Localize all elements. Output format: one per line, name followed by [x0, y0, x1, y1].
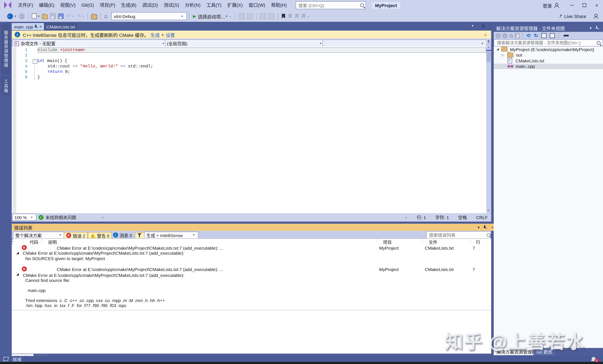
indent-button[interactable] [268, 13, 274, 19]
tree-item-out[interactable]: ▷ out [494, 52, 603, 58]
solution-explorer-title-bar[interactable]: 解决方案资源管理器 - 文件夹视图 ▾ × [494, 24, 603, 32]
filter-button[interactable]: ✕ [135, 232, 145, 239]
save-button[interactable] [50, 13, 56, 19]
menu-help[interactable]: 帮助(H) [268, 0, 290, 11]
quick-search-input[interactable] [298, 2, 360, 8]
warnings-filter-button[interactable]: 警告 0 [88, 232, 112, 239]
scroll-up-icon[interactable]: ▲ [486, 45, 491, 50]
infobar-settings-link[interactable]: 设置 [166, 31, 175, 38]
errors-filter-button[interactable]: ✕错误 2 [63, 232, 88, 239]
user-account-icon[interactable] [555, 3, 559, 8]
close-panel-icon[interactable]: × [491, 225, 494, 229]
new-file-button[interactable] [32, 13, 36, 19]
menu-extensions[interactable]: 扩展(X) [224, 0, 246, 11]
home-button[interactable]: ⌂ [104, 13, 108, 19]
collapsed-icon[interactable]: ▷ [502, 53, 504, 57]
clear-bookmarks-button[interactable] [302, 14, 305, 18]
next-bookmark-button[interactable] [295, 14, 299, 18]
column-project[interactable]: 项目 [377, 239, 423, 245]
show-all-files-icon[interactable] [550, 33, 555, 38]
toolbox-rail-tab[interactable]: 工具箱 [1, 76, 10, 95]
zoom-combo[interactable]: 100 %▾ [12, 214, 36, 221]
menu-view[interactable]: 视图(V) [57, 0, 78, 11]
menu-project[interactable]: 项目(P) [97, 0, 118, 11]
infobar-build-link[interactable]: 生成 [150, 31, 160, 38]
member-combo[interactable]: ▾ [322, 39, 486, 47]
error-list-search-input[interactable] [428, 232, 486, 238]
error-detail-block[interactable]: CMake Error at E:\codes\cpp\cmake\MyProj… [23, 250, 185, 261]
tab-list-dropdown-icon[interactable]: ▾ [472, 24, 473, 28]
minimize-button[interactable] [565, 0, 578, 11]
solution-explorer-search-input[interactable] [496, 40, 597, 46]
tree-item-root[interactable]: MyProject (E:\codes\cpp\cmake\MyProject) [494, 47, 603, 52]
background-tasks-icon[interactable] [3, 357, 9, 361]
pin-panel-icon[interactable] [595, 26, 598, 30]
expander-icon[interactable] [16, 268, 19, 273]
error-list-search-box[interactable]: ▾ [426, 231, 491, 239]
restore-button[interactable] [578, 0, 591, 11]
notifications-bell-icon[interactable]: 2 [591, 356, 596, 362]
scroll-down-icon[interactable]: ▼ [486, 208, 491, 213]
attach-process-button[interactable] [239, 13, 244, 19]
window-position-dropdown-icon[interactable]: ▾ [590, 26, 591, 30]
redo-button[interactable]: ↷ [76, 13, 81, 19]
expander-icon[interactable] [16, 247, 19, 252]
open-file-button[interactable] [42, 14, 48, 19]
menu-debug[interactable]: 调试(D) [139, 0, 161, 11]
menu-tools[interactable]: 工具(T) [204, 0, 224, 11]
error-scope-combo[interactable]: 整个解决方案▾ [13, 231, 65, 239]
menu-test[interactable]: 测试(S) [161, 0, 182, 11]
hscroll-left-icon[interactable]: ◂ [101, 215, 103, 220]
project-context-combo[interactable]: 杂项文件 - 无配置▾ [12, 39, 167, 47]
collapse-all-icon[interactable] [541, 33, 546, 38]
error-row-summary[interactable]: CMake Error at E:\codes\cpp\cmake\MyProj… [57, 246, 223, 250]
close-tab-icon[interactable]: × [39, 24, 42, 29]
sync-with-active-document-icon[interactable]: ⟲ [526, 33, 531, 38]
navigate-forward-button[interactable]: → [19, 13, 24, 19]
scrollbar-thumb[interactable] [486, 51, 491, 62]
server-explorer-rail-tab[interactable]: 服务器资源管理器 [1, 24, 10, 74]
toolbar-overflow-icon[interactable]: ⌄ [229, 14, 232, 18]
spaces-indicator[interactable]: 空格 [458, 214, 467, 221]
error-detail-block[interactable]: CMake Error at E:\codes\cpp\cmake\MyProj… [23, 273, 185, 308]
menu-edit[interactable]: 编辑(E) [36, 0, 57, 11]
expanded-icon[interactable] [497, 48, 499, 50]
menu-git[interactable]: Git(G) [79, 0, 97, 11]
pin-panel-icon[interactable] [483, 225, 486, 229]
messages-filter-button[interactable]: i消息 0 [111, 232, 134, 238]
eol-indicator[interactable]: CRLF [476, 215, 488, 220]
tree-item-main-cpp[interactable]: ✚✚ main..cpp [494, 63, 603, 69]
unindent-button[interactable] [260, 13, 266, 19]
column-description[interactable]: 说明 [42, 239, 377, 245]
error-source-combo[interactable]: 生成 + IntelliSense▾ [144, 231, 198, 239]
navigate-back-button[interactable]: ← [7, 13, 13, 19]
menu-build[interactable]: 生成(B) [118, 0, 139, 11]
infobar-close-icon[interactable]: × [484, 32, 487, 37]
split-window-handle[interactable]: ⇕ [486, 38, 491, 45]
refresh-icon[interactable]: ↻ [534, 33, 538, 38]
find-in-files-button[interactable] [91, 14, 97, 19]
sign-in-button[interactable]: 登录 [543, 2, 552, 9]
error-row-summary[interactable]: CMake Error at E:\codes\cpp\cmake\MyProj… [57, 267, 223, 272]
se-back-button[interactable]: ← [495, 33, 501, 38]
configuration-combo[interactable]: x64-Debug▾ [111, 12, 186, 20]
start-debug-icon[interactable]: ▶ [193, 14, 196, 18]
tab-cmakelists[interactable]: CMakeLists.txt [44, 23, 78, 30]
select-startup-item-button[interactable]: 选择启动项… [198, 13, 225, 20]
breakpoint-settings-button[interactable] [247, 13, 253, 19]
live-share-button[interactable]: ↗ Live Share [559, 13, 599, 19]
editor-vertical-scrollbar[interactable]: ⇕ ▲ ▼ [486, 38, 491, 213]
hscroll-right-icon[interactable]: ▸ [406, 215, 407, 220]
tab-main-cpp[interactable]: main..cpp × [12, 23, 44, 30]
editor-options-gear-icon[interactable]: ⚙ [481, 23, 486, 29]
pending-changes-filter-icon[interactable] [564, 35, 569, 36]
close-button[interactable]: × [591, 0, 603, 11]
save-all-button[interactable] [58, 13, 64, 19]
menu-window[interactable]: 窗口(W) [246, 0, 268, 11]
switch-views-icon[interactable] [515, 33, 519, 38]
toolbar-overflow2-icon[interactable]: ⌄ [307, 14, 310, 18]
se-home-button[interactable]: ⌂ [510, 33, 513, 38]
tree-item-cmakelists[interactable]: CMakeLists.txt [494, 58, 603, 63]
code-editor[interactable]: 1#include <iostream>23-int main() {4 std… [12, 47, 486, 213]
column-line[interactable]: 行 [470, 239, 491, 245]
